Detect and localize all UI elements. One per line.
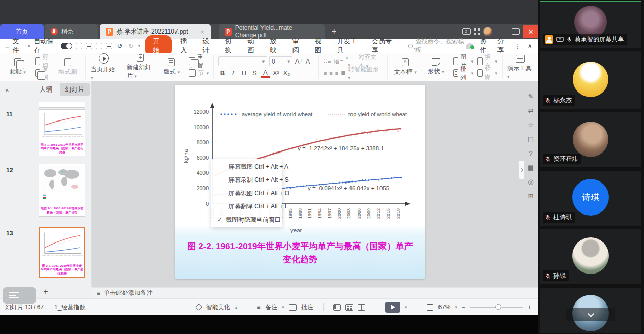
participant-tile[interactable]: 诗琪 杜诗琪: [540, 170, 641, 226]
slide-sorter-button[interactable]: [3, 287, 36, 304]
numbering-icon[interactable]: №≡: [333, 58, 343, 65]
comments-button[interactable]: 批注: [301, 303, 313, 312]
export-icon[interactable]: [86, 43, 93, 49]
slide-caption[interactable]: 图 2-2. 1961-2019年世界小麦平均单产与最高（国家）单产变化趋势: [186, 240, 415, 266]
align-right-icon[interactable]: ≡: [335, 70, 339, 76]
workspace-grid-icon[interactable]: [474, 28, 480, 35]
align-center-icon[interactable]: ≡: [329, 70, 333, 76]
fit-slide-icon[interactable]: [427, 304, 433, 311]
font-name-select[interactable]: ▾: [218, 56, 267, 66]
reading-view-icon[interactable]: [358, 304, 365, 311]
slide-thumbnail-partial[interactable]: [39, 102, 85, 108]
save-icon[interactable]: [76, 43, 82, 49]
menu-item-screen-record[interactable]: 屏幕录制 Ctrl + Alt + S: [211, 173, 282, 187]
subscript-button[interactable]: X₂: [282, 69, 291, 77]
slideshow-play-button[interactable]: [385, 302, 400, 313]
zoom-in-button[interactable]: +: [528, 303, 531, 311]
redo-icon[interactable]: ↻: [127, 42, 135, 50]
participant-tile-presenter[interactable]: 蔡承智的屏幕共享: [540, 1, 641, 48]
superscript-button[interactable]: X²: [272, 69, 280, 77]
favorites-icon[interactable]: ☆: [528, 121, 534, 129]
section-name[interactable]: 1_经营指数: [54, 303, 85, 312]
play-options-caret-icon[interactable]: ▾: [405, 305, 407, 310]
align-left-icon[interactable]: ≡: [324, 70, 327, 76]
zoom-level[interactable]: 67%: [438, 303, 450, 311]
smart-graphic-button[interactable]: 转智能图形 ▾: [348, 65, 382, 81]
ribbon-tab-view[interactable]: 视图: [310, 37, 332, 55]
play-from-current-button[interactable]: 当页开始 ▾: [91, 53, 117, 81]
new-tab-button[interactable]: +: [332, 27, 336, 36]
reset-button[interactable]: 重置: [189, 56, 209, 66]
account-avatar[interactable]: [483, 27, 492, 36]
share-button[interactable]: 分享: [497, 37, 508, 55]
window-mode-icon[interactable]: 2: [462, 28, 471, 35]
file-menu[interactable]: 文件: [13, 37, 24, 55]
media-panel-icon[interactable]: ▦: [528, 164, 534, 171]
italic-button[interactable]: I: [229, 69, 238, 77]
cloud-sync-icon[interactable]: [466, 43, 474, 49]
command-search[interactable]: 查找命令、搜索模板: [408, 37, 466, 54]
copy-button[interactable]: 复制: [35, 68, 50, 78]
bullets-icon[interactable]: ∷≡: [324, 58, 331, 65]
format-pen-icon[interactable]: ✎: [528, 93, 534, 100]
notes-toggle[interactable]: 备注: [265, 303, 277, 312]
outline-button[interactable]: 轮廓 ▾: [477, 68, 497, 78]
autosave-toggle[interactable]: [61, 43, 72, 49]
print-preview-icon[interactable]: [106, 43, 112, 49]
participant-tile[interactable]: 杨永杰: [540, 51, 641, 109]
print-icon[interactable]: [96, 43, 102, 49]
arrange-button[interactable]: 排列 ▾: [453, 68, 474, 78]
present-tools-button[interactable]: 演示工具 ▾: [507, 55, 534, 80]
ribbon-tab-review[interactable]: 审阅: [287, 37, 310, 55]
slide-sorter-view-icon[interactable]: [345, 304, 353, 311]
participant-tile-partial[interactable]: [540, 287, 641, 334]
restore-button[interactable]: [512, 28, 520, 35]
tab-slides[interactable]: 幻灯片: [60, 83, 90, 96]
ribbon-tab-transition[interactable]: 切换: [220, 37, 242, 55]
hamburger-icon[interactable]: ≡: [5, 42, 9, 50]
underline-button[interactable]: U: [240, 69, 248, 77]
undo-icon[interactable]: ↺: [116, 42, 124, 50]
zoom-slider-knob[interactable]: [495, 304, 501, 310]
increase-font-icon[interactable]: A⁺: [295, 57, 303, 65]
participant-tile[interactable]: 资环程炜: [540, 112, 641, 168]
format-painter-button[interactable]: 格式刷: [54, 58, 81, 76]
font-color-button[interactable]: A: [261, 69, 270, 78]
tab-outline[interactable]: 大纲: [34, 83, 57, 96]
add-slide-button[interactable]: +: [43, 287, 48, 296]
collapse-participants-button[interactable]: [566, 308, 615, 321]
close-tab-icon[interactable]: ×: [200, 28, 204, 36]
menu-item-hide-window-toggle[interactable]: ✓ 截图时隐藏当前窗口: [211, 213, 282, 226]
slide-thumbnail-13-selected[interactable]: 1961 1967 1973 1979 1985 1991 1997 2003 …: [39, 227, 85, 278]
switch-icon[interactable]: ⇄: [528, 107, 534, 114]
text-box-button[interactable]: A 文本框 ▾: [392, 58, 419, 76]
section-button[interactable]: 节 ▾: [189, 68, 209, 78]
ribbon-tab-insert[interactable]: 插入: [175, 37, 197, 55]
collapse-panel-icon[interactable]: «: [0, 86, 14, 94]
quickbar-caret-icon[interactable]: ▾: [138, 43, 141, 48]
clipboard-panel-icon[interactable]: ▤: [528, 135, 534, 143]
layout-panel-icon[interactable]: ⊞: [528, 192, 534, 200]
notes-bar[interactable]: ≡ 单击此处添加备注: [92, 287, 538, 298]
more-menu-icon[interactable]: ⋮: [515, 42, 521, 50]
font-size-select[interactable]: 0▾: [269, 56, 292, 66]
target-icon[interactable]: ◎: [528, 178, 533, 186]
justify-icon[interactable]: ≣: [341, 70, 346, 76]
slide-thumbnail-11[interactable]: 1961 1967 1973 1979 1985 1991 1997 2003 …: [39, 109, 85, 156]
minimize-button[interactable]: —: [495, 28, 509, 35]
strikethrough-button[interactable]: S: [250, 69, 259, 77]
menu-item-screen-ocr[interactable]: 屏幕识图 Ctrl + Alt + O: [211, 187, 282, 200]
menu-item-screen-translate[interactable]: 屏幕翻译 Ctrl + Alt + F: [211, 200, 282, 213]
menu-item-screenshot[interactable]: 屏幕截图 Ctrl + Alt + A: [211, 160, 282, 173]
ribbon-tab-animation[interactable]: 动画: [243, 37, 265, 55]
beautify-caret-icon[interactable]: ▴: [235, 305, 238, 310]
zoom-out-button[interactable]: −: [462, 303, 465, 311]
paste-button[interactable]: 粘贴 ▾: [5, 58, 31, 76]
layout-button[interactable]: 版式 ▾: [158, 58, 185, 76]
bold-button[interactable]: B: [218, 69, 227, 77]
panel-expander-handle[interactable]: [518, 160, 525, 179]
slide-thumbnail-12[interactable]: 地图 2-1. 1961-2019年世界水稻最高（国家）单产分布: [39, 164, 85, 217]
decrease-font-icon[interactable]: A⁻: [305, 57, 314, 65]
ribbon-tab-slideshow[interactable]: 放映: [265, 37, 287, 55]
collapse-ribbon-icon[interactable]: ∧: [528, 42, 533, 50]
